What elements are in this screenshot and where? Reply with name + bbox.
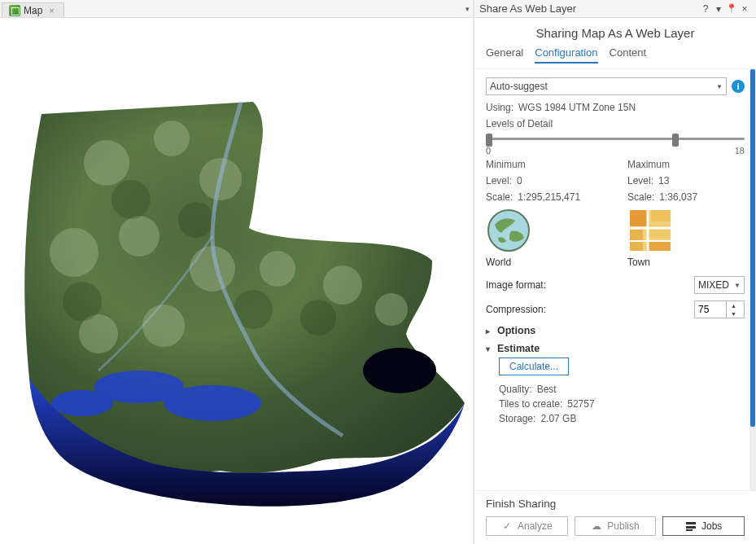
pin-icon[interactable]: 📍 — [725, 3, 738, 14]
max-level-value: 13 — [658, 175, 669, 186]
tab-content[interactable]: Content — [610, 46, 647, 64]
panel-subtitle: Sharing Map As A Web Layer — [474, 18, 756, 46]
chevron-down-icon: ▾ — [486, 344, 494, 353]
map-panel: Map × ▾ — [0, 0, 474, 544]
jobs-icon — [685, 520, 697, 532]
svg-rect-26 — [646, 241, 671, 251]
analyze-button[interactable]: ✓ Analyze — [486, 516, 568, 536]
min-caption: World — [486, 257, 603, 268]
lod-max-tick: 18 — [735, 146, 745, 156]
map-content — [9, 65, 465, 521]
svg-point-10 — [142, 305, 185, 347]
help-icon[interactable]: ? — [699, 3, 712, 15]
maximum-column: Maximum Level:13 Scale:1:36,037 — [627, 159, 745, 268]
tiling-scheme-dropdown[interactable]: Auto-suggest ▼ — [486, 77, 727, 95]
svg-point-18 — [164, 385, 261, 421]
lod-label: Levels of Detail — [486, 118, 745, 129]
tab-configuration[interactable]: Configuration — [535, 46, 597, 64]
panel-header: Share As Web Layer ? ▾ 📍 × — [474, 0, 756, 18]
tiling-scheme-value: Auto-suggest — [490, 81, 548, 92]
tab-general[interactable]: General — [486, 46, 523, 64]
svg-rect-25 — [646, 225, 671, 238]
quality-value: Best — [537, 384, 557, 395]
min-scale-value: 1:295,215,471 — [518, 191, 580, 203]
footer: Finish Sharing ✓ Analyze ☁ Publish Jobs — [474, 490, 756, 544]
autohide-icon[interactable]: ▾ — [712, 3, 725, 15]
cloud-upload-icon: ☁ — [591, 520, 602, 532]
publish-label: Publish — [607, 520, 639, 532]
stepper-up-icon[interactable]: ▲ — [727, 301, 741, 309]
share-panel: Share As Web Layer ? ▾ 📍 × Sharing Map A… — [474, 0, 756, 544]
svg-point-6 — [260, 251, 295, 287]
using-label: Using: — [486, 102, 513, 113]
compression-input[interactable] — [695, 301, 726, 318]
options-expander[interactable]: ▸ Options — [486, 325, 745, 336]
max-caption: Town — [627, 257, 745, 268]
map-view[interactable] — [0, 18, 473, 544]
lod-min-tick: 0 — [486, 146, 491, 156]
min-level-value: 0 — [517, 175, 522, 186]
svg-point-0 — [84, 140, 129, 186]
svg-rect-32 — [686, 529, 693, 531]
config-scroll: Auto-suggest ▼ i Using: WGS 1984 UTM Zon… — [474, 69, 756, 490]
quality-label: Quality: — [499, 384, 532, 395]
max-level-label: Level: — [627, 175, 653, 186]
svg-rect-22 — [630, 210, 648, 226]
map-tab-bar: Map × ▾ — [0, 0, 473, 18]
close-panel-icon[interactable]: × — [738, 3, 751, 15]
svg-rect-31 — [686, 526, 696, 529]
svg-point-20 — [488, 210, 529, 251]
using-value: WGS 1984 UTM Zone 15N — [518, 102, 636, 113]
info-icon[interactable]: i — [732, 80, 745, 93]
image-format-label: Image format: — [486, 279, 546, 291]
storage-label: Storage: — [499, 413, 535, 424]
lod-slider-max-thumb[interactable] — [672, 134, 679, 147]
town-thumbnail — [627, 208, 673, 253]
tabs: General Configuration Content — [474, 46, 756, 69]
chevron-down-icon: ▼ — [716, 83, 723, 90]
options-label: Options — [497, 325, 535, 336]
scrollbar[interactable] — [749, 69, 756, 490]
compression-stepper[interactable]: ▲ ▼ — [694, 301, 745, 318]
close-icon[interactable]: × — [49, 7, 57, 15]
svg-rect-23 — [651, 210, 671, 222]
analyze-label: Analyze — [518, 520, 553, 532]
max-scale-label: Scale: — [627, 191, 654, 203]
svg-point-12 — [178, 202, 214, 238]
svg-point-19 — [51, 390, 113, 416]
max-scale-value: 1:36,037 — [659, 191, 697, 203]
map-icon — [9, 5, 20, 16]
estimate-label: Estimate — [497, 343, 540, 354]
svg-point-3 — [50, 228, 98, 277]
svg-point-13 — [63, 282, 102, 321]
panel-title: Share As Web Layer — [479, 2, 699, 15]
calculate-button[interactable]: Calculate... — [499, 358, 569, 375]
jobs-button[interactable]: Jobs — [662, 516, 745, 536]
image-format-select[interactable]: MIXED ▼ — [694, 276, 745, 294]
svg-point-1 — [154, 121, 190, 156]
map-tab[interactable]: Map × — [2, 2, 64, 17]
maximum-heading: Maximum — [627, 159, 745, 170]
chevron-down-icon: ▼ — [734, 282, 741, 289]
map-tab-label: Map — [24, 5, 42, 16]
footer-heading: Finish Sharing — [486, 498, 745, 510]
estimate-expander[interactable]: ▾ Estimate — [486, 343, 745, 354]
stepper-down-icon[interactable]: ▼ — [727, 309, 741, 318]
svg-rect-30 — [686, 522, 696, 524]
minimum-heading: Minimum — [486, 159, 603, 170]
check-icon: ✓ — [501, 520, 513, 532]
compression-label: Compression: — [486, 304, 546, 315]
publish-button[interactable]: ☁ Publish — [575, 516, 657, 536]
image-format-value: MIXED — [698, 279, 729, 291]
svg-point-15 — [300, 300, 336, 336]
min-scale-label: Scale: — [486, 191, 513, 203]
lod-slider[interactable]: 0 18 — [486, 133, 745, 156]
svg-point-7 — [323, 265, 362, 305]
storage-value: 2.07 GB — [540, 413, 576, 424]
lod-slider-min-thumb[interactable] — [486, 134, 492, 147]
svg-point-16 — [363, 348, 436, 393]
view-menu-dropdown-icon[interactable]: ▾ — [461, 0, 473, 17]
minimum-column: Minimum Level:0 Scale:1:295,215,471 Worl… — [486, 159, 603, 268]
min-level-label: Level: — [486, 175, 512, 186]
jobs-label: Jobs — [701, 520, 722, 532]
